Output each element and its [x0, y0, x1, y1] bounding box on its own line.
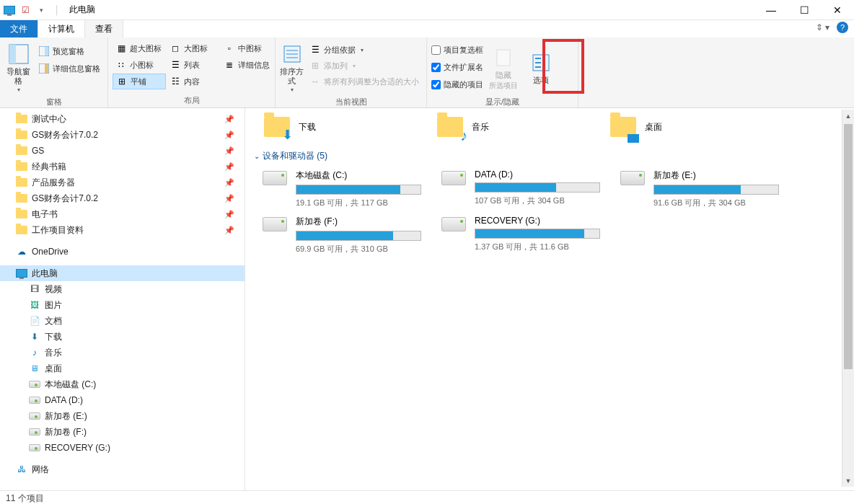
chk-hidden-items[interactable]: 隐藏的项目: [431, 76, 483, 92]
layout-small[interactable]: ∷小图标: [113, 57, 166, 73]
svg-rect-1: [9, 45, 16, 63]
svg-rect-3: [45, 47, 48, 56]
chk-file-extensions[interactable]: 文件扩展名: [431, 59, 483, 75]
layout-medium[interactable]: ▫中图标: [221, 40, 274, 56]
nav-this-pc[interactable]: 此电脑: [0, 265, 245, 281]
chk-item-checkboxes[interactable]: 项目复选框: [431, 42, 483, 58]
title-bar: ☑ ▾ │ 此电脑 — ☐ ✕: [0, 0, 854, 20]
drive-tile[interactable]: DATA (D:) 107 GB 可用，共 304 GB: [441, 169, 600, 208]
drive-info: 69.9 GB 可用，共 310 GB: [296, 244, 421, 255]
small-icon: ∷: [115, 59, 127, 71]
layout-list[interactable]: ☰列表: [167, 57, 220, 73]
nav-quick-item[interactable]: 产品服务器📌: [0, 174, 245, 190]
scroll-up-icon[interactable]: ▲: [842, 110, 854, 122]
drive-usage-bar: [475, 182, 600, 193]
layout-content[interactable]: ☷内容: [167, 74, 220, 89]
drive-tile[interactable]: RECOVERY (G:) 1.37 GB 可用，共 11.6 GB: [441, 216, 600, 255]
navigation-pane[interactable]: 测试中心📌GS财务会计7.0.2📌GS📌经典书籍📌产品服务器📌GS财务会计7.0…: [0, 108, 245, 490]
details-pane-button[interactable]: 详细信息窗格: [35, 61, 103, 76]
nav-this-pc-child[interactable]: 📄文档: [0, 313, 245, 329]
details-pane-icon: [38, 63, 50, 74]
folder-tile[interactable]: ⬇下载: [263, 112, 407, 141]
pin-icon: 📌: [224, 131, 234, 140]
monitor-icon: [16, 268, 27, 279]
nav-quick-item[interactable]: GS财务会计7.0.2📌: [0, 127, 245, 143]
extra-large-icon: ▦: [115, 43, 127, 54]
drive-tile[interactable]: 新加卷 (E:) 91.6 GB 可用，共 304 GB: [620, 169, 779, 208]
content-pane[interactable]: ⬇下载♪音乐桌面 ⌄ 设备和驱动器 (5) 本地磁盘 (C:) 19.1 GB …: [245, 108, 854, 490]
layout-tiles[interactable]: ⊞平铺: [113, 74, 166, 89]
hide-selected-button[interactable]: 隐藏 所选项目: [486, 40, 521, 95]
drive-name: 新加卷 (F:): [296, 216, 421, 228]
drive-icon: [29, 410, 40, 422]
system-menu-icon[interactable]: [3, 4, 16, 17]
layout-large[interactable]: ◻大图标: [167, 40, 220, 56]
group-by-button[interactable]: ☰分组依据▾: [307, 42, 422, 58]
nav-this-pc-child[interactable]: ⬇下载: [0, 329, 245, 345]
nav-this-pc-child[interactable]: 🖥桌面: [0, 361, 245, 376]
svg-rect-14: [535, 62, 541, 63]
folder-icon: [16, 161, 27, 172]
drive-tile[interactable]: 新加卷 (F:) 69.9 GB 可用，共 310 GB: [263, 216, 421, 255]
preview-pane-button[interactable]: 预览窗格: [35, 43, 103, 59]
folder-icon: [16, 224, 27, 236]
nav-label: OneDrive: [32, 247, 69, 257]
nav-quick-item[interactable]: 经典书籍📌: [0, 159, 245, 174]
nav-this-pc-child[interactable]: 新加卷 (F:): [0, 424, 245, 440]
nav-this-pc-child[interactable]: 🎞视频: [0, 281, 245, 297]
nav-this-pc-child[interactable]: 🖼图片: [0, 297, 245, 313]
options-button[interactable]: 选项: [524, 40, 558, 95]
nav-onedrive[interactable]: ☁OneDrive: [0, 244, 245, 260]
nav-quick-item[interactable]: 测试中心📌: [0, 111, 245, 127]
maximize-button[interactable]: ☐: [788, 0, 821, 20]
nav-label: GS: [32, 146, 44, 156]
tab-computer[interactable]: 计算机: [38, 20, 85, 37]
help-icon[interactable]: ?: [837, 22, 848, 33]
qat-dropdown-icon[interactable]: ▾: [35, 4, 48, 17]
folder-icon: [16, 145, 27, 156]
svg-rect-10: [497, 50, 510, 66]
nav-this-pc-child[interactable]: 本地磁盘 (C:): [0, 376, 245, 392]
folder-big-icon: [609, 112, 638, 141]
folder-icon: [16, 208, 27, 220]
ribbon-minimize-icon[interactable]: ⇕ ▾: [816, 22, 829, 32]
drive-tile[interactable]: 本地磁盘 (C:) 19.1 GB 可用，共 117 GB: [263, 169, 421, 208]
nav-network[interactable]: 🖧网络: [0, 461, 245, 477]
nav-this-pc-child[interactable]: RECOVERY (G:): [0, 440, 245, 456]
drive-icon: [263, 171, 289, 191]
list-icon: ☰: [170, 59, 181, 71]
nav-this-pc-child[interactable]: DATA (D:): [0, 392, 245, 408]
folder-tile[interactable]: ♪音乐: [436, 112, 580, 141]
tab-view[interactable]: 查看: [85, 20, 123, 37]
add-columns-icon: ⊞: [309, 60, 321, 71]
nav-quick-item[interactable]: 工作项目资料📌: [0, 222, 245, 238]
nav-pane-button[interactable]: 导航窗格 ▾: [4, 40, 32, 95]
status-bar: 11 个项目: [0, 490, 854, 504]
layout-details[interactable]: ≣详细信息: [221, 57, 274, 73]
section-devices-header[interactable]: ⌄ 设备和驱动器 (5): [254, 150, 845, 162]
nav-quick-item[interactable]: 电子书📌: [0, 206, 245, 222]
folder-tile[interactable]: 桌面: [609, 112, 753, 141]
ribbon: 导航窗格 ▾ 预览窗格 详细信息窗格 窗格 ▦超大图标 ◻大图标 ▫中图标: [0, 37, 854, 108]
library-icon: ♪: [29, 347, 40, 358]
vertical-scrollbar[interactable]: ▲ ▼: [842, 110, 854, 487]
tab-file[interactable]: 文件: [0, 20, 38, 37]
nav-this-pc-child[interactable]: 新加卷 (E:): [0, 408, 245, 424]
nav-quick-item[interactable]: GS财务会计7.0.2📌: [0, 190, 245, 206]
qat-properties-icon[interactable]: ☑: [19, 4, 32, 17]
minimize-button[interactable]: —: [754, 0, 788, 20]
close-button[interactable]: ✕: [821, 0, 854, 20]
nav-this-pc-child[interactable]: ♪音乐: [0, 345, 245, 361]
scroll-down-icon[interactable]: ▼: [842, 474, 854, 487]
fit-columns-button[interactable]: ↔将所有列调整为合适的大小: [307, 74, 422, 89]
layout-extra-large[interactable]: ▦超大图标: [113, 40, 166, 56]
nav-label: 新加卷 (F:): [45, 426, 87, 438]
add-columns-button[interactable]: ⊞添加列▾: [307, 58, 422, 74]
nav-quick-item[interactable]: GS📌: [0, 143, 245, 159]
nav-label: 桌面: [45, 363, 62, 375]
pin-icon: 📌: [224, 162, 234, 172]
scrollbar-thumb[interactable]: [844, 124, 853, 369]
nav-label: 下载: [45, 331, 62, 343]
sort-by-button[interactable]: 排序方式 ▾: [280, 40, 304, 95]
pin-icon: 📌: [224, 115, 234, 124]
